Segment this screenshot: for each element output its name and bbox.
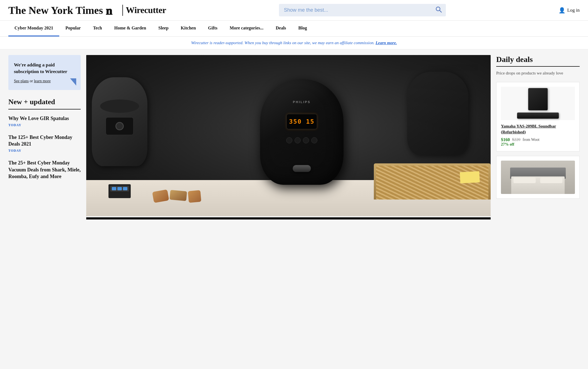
affiliate-banner: Wirecutter is reader-supported. When you… <box>0 37 588 49</box>
user-icon: 👤 <box>559 7 565 14</box>
soundbar-subwoofer <box>528 88 548 110</box>
triangle-icon <box>70 78 76 86</box>
daily-deals-subtitle: Price drops on products we already love <box>496 70 580 76</box>
search-area <box>279 4 446 16</box>
timer-device <box>108 184 131 198</box>
main-air-fryer: PHILIPS 350 15 <box>260 79 355 196</box>
nav-item-kitchen[interactable]: Kitchen <box>175 21 202 36</box>
news-headline-vacuum[interactable]: The 25+ Best Cyber Monday Vacuum Deals f… <box>8 159 81 180</box>
soundbar-source: from Woot <box>523 138 539 142</box>
nav-item-popular[interactable]: Popular <box>59 21 87 36</box>
deal-item-bed <box>496 156 580 199</box>
news-headline-cyber-monday[interactable]: The 125+ Best Cyber Monday Deals 2021 <box>8 134 81 148</box>
nav-item-sleep[interactable]: Sleep <box>152 21 174 36</box>
hero-bottom-bar <box>86 217 491 220</box>
soundbar-bar <box>517 113 559 119</box>
hero-area: PHILIPS 350 15 <box>86 55 491 220</box>
svg-line-2 <box>439 10 441 12</box>
news-item-gir: Why We Love GIR Spatulas TODAY <box>8 115 81 127</box>
left-sidebar: We're adding a paid subscription to Wire… <box>8 55 81 220</box>
nav-item-blog[interactable]: Blog <box>292 21 313 36</box>
wirecutter-logo-text[interactable]: Wirecutter <box>126 5 166 15</box>
deal-image-bed <box>501 161 575 194</box>
nav-item-more-categories[interactable]: More categories... <box>224 21 270 36</box>
hero-scene: PHILIPS 350 15 <box>86 55 491 216</box>
deal-item-soundbar: Yamaha YAS-209BL Soundbar (Refurbished) … <box>496 82 580 151</box>
nav-item-gifts[interactable]: Gifts <box>202 21 224 36</box>
news-item-vacuum: The 25+ Best Cyber Monday Vacuum Deals f… <box>8 159 81 180</box>
nav-item-deals[interactable]: Deals <box>270 21 292 36</box>
site-header: The New York Times 𝐧 Wirecutter 👤 Log in <box>0 0 588 21</box>
soundbar-new-price: $160 <box>501 137 510 142</box>
search-button[interactable] <box>435 6 442 14</box>
nav-item-tech[interactable]: Tech <box>87 21 108 36</box>
main-nav: Cyber Monday 2021 Popular Tech Home & Ga… <box>0 21 588 37</box>
nyt-times-logo: 𝐧 <box>105 4 117 16</box>
soundbar-old-price: $220 <box>512 137 520 142</box>
news-badge-cyber-monday: TODAY <box>8 149 81 153</box>
deal-image-soundbar <box>501 87 575 120</box>
search-input[interactable] <box>279 4 446 16</box>
nyt-logo: The New York Times <box>8 5 103 16</box>
soundbar-discount: 27% off <box>501 142 575 147</box>
subscription-box: We're adding a paid subscription to Wire… <box>8 55 81 90</box>
login-area[interactable]: 👤 Log in <box>559 7 580 14</box>
display-text: 350 15 <box>289 118 314 125</box>
learn-more-link[interactable]: learn more <box>34 79 51 83</box>
background-air-fryer <box>407 72 468 155</box>
logo-divider <box>122 5 123 16</box>
main-content: We're adding a paid subscription to Wire… <box>0 49 588 225</box>
food-pieces <box>153 191 201 202</box>
subscription-links: See plans or learn more <box>14 79 75 83</box>
nav-item-cyber-monday[interactable]: Cyber Monday 2021 <box>8 21 59 36</box>
soundbar-title[interactable]: Yamaha YAS-209BL Soundbar (Refurbished) <box>501 123 575 135</box>
logo-area: The New York Times 𝐧 Wirecutter <box>8 4 166 16</box>
daily-deals-title: Daily deals <box>496 55 580 67</box>
or-text: or <box>30 79 33 83</box>
left-air-fryer <box>92 77 147 166</box>
news-badge-gir: TODAY <box>8 123 81 127</box>
see-plans-link[interactable]: See plans <box>14 79 29 83</box>
fries-tray <box>374 163 491 200</box>
hero-image: PHILIPS 350 15 <box>86 55 491 216</box>
search-icon <box>435 6 442 13</box>
svg-text:𝐧: 𝐧 <box>106 4 113 16</box>
login-label: Log in <box>567 8 580 13</box>
nav-item-home-garden[interactable]: Home & Garden <box>108 21 152 36</box>
affiliate-learn-more[interactable]: Learn more. <box>375 41 397 45</box>
affiliate-text: Wirecutter is reader-supported. When you… <box>191 41 374 45</box>
news-headline-gir[interactable]: Why We Love GIR Spatulas <box>8 115 81 122</box>
new-updated-title: New + updated <box>8 98 81 109</box>
news-item-cyber-monday-deals: The 125+ Best Cyber Monday Deals 2021 TO… <box>8 134 81 153</box>
subscription-text: We're adding a paid subscription to Wire… <box>14 62 75 75</box>
right-sidebar: Daily deals Price drops on products we a… <box>496 55 580 220</box>
new-updated-section: New + updated Why We Love GIR Spatulas T… <box>8 98 81 180</box>
soundbar-image <box>517 88 559 119</box>
soundbar-price-row: $160 $220 from Woot <box>501 137 575 142</box>
